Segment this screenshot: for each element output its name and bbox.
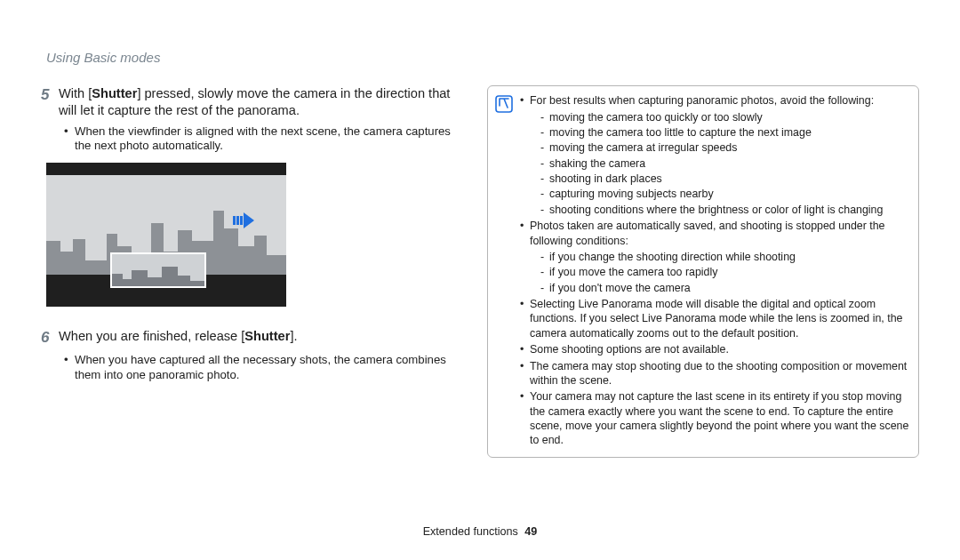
step-5-sub: When the viewfinder is aligned with the … [41,124,462,155]
step-text-a: When you are finished, release [ [59,329,244,343]
section-title: Using Basic modes [46,49,919,66]
step-body: When you are finished, release [Shutter]… [59,328,297,345]
step-5-sub-item: When the viewfinder is aligned with the … [64,124,462,155]
step-6-sub-item: When you have captured all the necessary… [64,353,462,383]
pano-thumbnail-frame [110,252,206,288]
page: Using Basic modes 5 With [Shutter] press… [0,0,960,560]
step-text-bold: Shutter [244,329,290,343]
page-number: 49 [524,525,537,538]
step-text-c: ]. [290,329,297,343]
note-subitem: if you change the shooting direction whi… [540,250,909,264]
note-subitem: shooting conditions where the brightness… [540,203,909,217]
note-icon [495,95,513,113]
note-item: Selecting Live Panorama mode will disabl… [520,297,909,340]
footer-label: Extended functions [423,525,518,538]
svg-rect-0 [233,216,236,225]
step-text-bold: Shutter [92,86,137,100]
note-subitem: if you move the camera too rapidly [540,265,909,279]
note-item: The camera may stop shooting due to the … [520,359,909,388]
step-text-a: With [ [59,86,92,100]
note-item-text: Photos taken are automatically saved, an… [530,220,885,246]
note-item: Some shooting options are not available. [520,342,909,356]
note-subitem: shaking the camera [540,156,909,171]
note-subitem: moving the camera too little to capture … [540,125,909,140]
note-sublist: if you change the shooting direction whi… [530,250,909,295]
note-item: Photos taken are automatically saved, an… [520,219,909,295]
step-body: With [Shutter] pressed, slowly move the … [59,85,462,118]
left-column: 5 With [Shutter] pressed, slowly move th… [41,85,462,392]
pano-thumb-city [112,254,204,286]
note-content: For best results when capturing panorami… [520,93,909,450]
note-subitem: capturing moving subjects nearby [540,187,909,201]
note-item-text: For best results when capturing panorami… [530,94,874,107]
note-subitem: moving the camera at irregular speeds [540,140,909,155]
svg-rect-1 [236,216,239,225]
content-columns: 5 With [Shutter] pressed, slowly move th… [41,85,919,458]
step-6: 6 When you are finished, release [Shutte… [41,328,462,348]
right-column: For best results when capturing panorami… [487,85,919,458]
note-subitem: if you don't move the camera [540,281,909,295]
panorama-illustration [46,163,286,307]
step-number: 5 [41,85,59,105]
svg-rect-2 [240,216,243,225]
step-number: 6 [41,328,59,348]
note-box: For best results when capturing panorami… [487,85,919,458]
note-subitem: shooting in dark places [540,172,909,186]
note-list: For best results when capturing panorami… [520,93,909,448]
note-item: For best results when capturing panorami… [520,93,909,217]
page-footer: Extended functions 49 [0,524,960,539]
step-6-sub: When you have captured all the necessary… [41,353,462,383]
step-5: 5 With [Shutter] pressed, slowly move th… [41,85,462,118]
note-sublist: moving the camera too quickly or too slo… [530,110,909,218]
note-subitem: moving the camera too quickly or too slo… [540,110,909,124]
note-item: Your camera may not capture the last sce… [520,389,909,448]
direction-arrow-icon [233,212,254,228]
